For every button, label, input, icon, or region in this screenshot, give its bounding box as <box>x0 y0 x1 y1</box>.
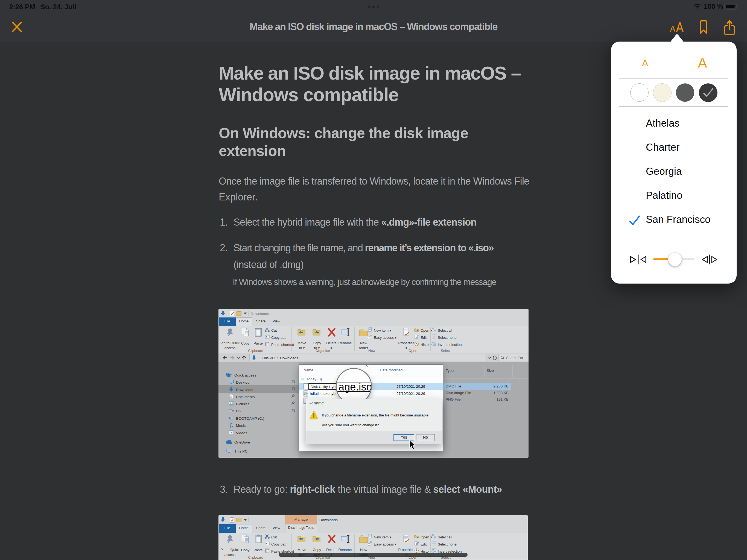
svg-text:?: ? <box>232 409 234 413</box>
